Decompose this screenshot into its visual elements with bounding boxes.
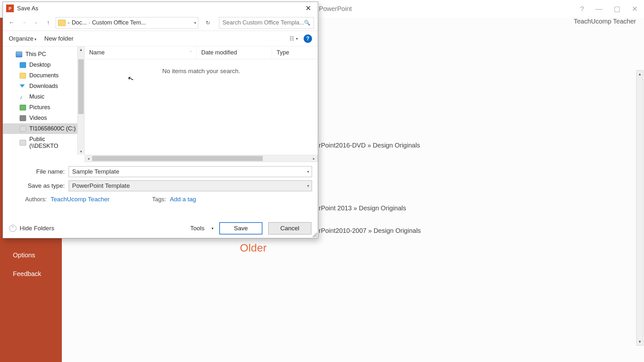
- videos-icon: [20, 115, 26, 121]
- scroll-left-icon[interactable]: ◂: [85, 155, 92, 162]
- dialog-nav: ← → ▾ ↑ « Doc... › Custom Office Tem... …: [3, 15, 318, 31]
- h-scroll-track[interactable]: ◂ ▸: [85, 155, 318, 162]
- recent-path-1[interactable]: rPoint2016-DVD » Design Originals: [319, 142, 420, 149]
- column-date[interactable]: Date modified: [197, 46, 272, 59]
- nav-recent-dropdown[interactable]: ▾: [31, 18, 41, 28]
- scroll-down-icon[interactable]: ▼: [637, 338, 643, 345]
- h-scroll-thumb[interactable]: [92, 156, 263, 161]
- folder-tree[interactable]: This PC Desktop Documents Downloads Musi…: [3, 46, 85, 155]
- dialog-close-button[interactable]: ✕: [302, 4, 315, 13]
- powerpoint-icon: P: [6, 5, 14, 12]
- tree-label: Public (\\DESKTO: [29, 136, 74, 149]
- horizontal-scroll: ◂ ▸: [3, 155, 318, 162]
- tree-pictures[interactable]: Pictures: [3, 102, 84, 113]
- nav-forward-button[interactable]: →: [19, 18, 29, 28]
- pictures-icon: [20, 105, 26, 110]
- chevron-down-icon: ▾: [296, 36, 298, 41]
- tree-label: Music: [29, 93, 44, 100]
- desktop-icon: [20, 62, 26, 68]
- tags-value[interactable]: Add a tag: [170, 196, 196, 203]
- backstage-options[interactable]: Options: [0, 246, 48, 264]
- help-icon[interactable]: ?: [580, 5, 584, 13]
- refresh-button[interactable]: ↻: [203, 18, 213, 28]
- search-icon[interactable]: 🔍: [304, 20, 310, 26]
- view-options-button[interactable]: ☷ ▾: [289, 35, 298, 42]
- download-icon: [20, 83, 26, 89]
- column-label: Name: [89, 49, 105, 56]
- column-name[interactable]: Name˄: [85, 46, 197, 59]
- dialog-titlebar[interactable]: P Save As ✕: [3, 2, 318, 15]
- list-view-icon: ☷: [289, 35, 294, 42]
- folder-icon: [20, 73, 26, 79]
- tree-label: Desktop: [29, 62, 51, 68]
- list-header: Name˄ Date modified Type: [85, 46, 318, 59]
- nav-up-button[interactable]: ↑: [43, 18, 53, 28]
- file-list[interactable]: Name˄ Date modified Type No items match …: [85, 46, 318, 155]
- column-label: Date modified: [201, 49, 237, 56]
- close-icon[interactable]: ✕: [632, 5, 638, 13]
- search-input[interactable]: [223, 19, 304, 26]
- tree-label: Pictures: [29, 104, 50, 111]
- authors-label: Authors:: [15, 196, 47, 203]
- breadcrumb[interactable]: « Doc... › Custom Office Tem... ▾: [56, 17, 198, 29]
- help-button[interactable]: ?: [304, 34, 312, 43]
- tree-desktop[interactable]: Desktop: [3, 60, 84, 70]
- breadcrumb-seg-2[interactable]: Custom Office Tem...: [92, 19, 146, 26]
- tree-network-drive[interactable]: Public (\\DESKTO▾: [3, 134, 84, 151]
- content-scrollbar[interactable]: ▲ ▼: [636, 70, 643, 346]
- maximize-icon[interactable]: ▢: [614, 5, 620, 13]
- tools-label: Tools: [190, 225, 204, 232]
- column-type[interactable]: Type: [272, 46, 318, 59]
- tree-videos[interactable]: Videos: [3, 113, 84, 123]
- backstage-feedback[interactable]: Feedback: [0, 265, 54, 283]
- chevron-left-icon: «: [68, 21, 70, 25]
- nav-back-button[interactable]: ←: [7, 18, 16, 28]
- recent-path-3[interactable]: rPoint2010-2007 » Design Originals: [319, 227, 421, 234]
- tree-label: Videos: [29, 115, 47, 121]
- tree-music[interactable]: Music: [3, 91, 84, 102]
- tree-downloads[interactable]: Downloads: [3, 81, 84, 91]
- music-icon: [20, 94, 26, 100]
- hide-folders-label: Hide Folders: [20, 225, 54, 232]
- tools-dropdown[interactable]: Tools ▾: [190, 225, 213, 232]
- collapse-icon: ˄: [9, 225, 16, 232]
- tree-drive-c[interactable]: TI10658600C (C:): [3, 123, 84, 134]
- filename-input[interactable]: Sample Template ▾: [69, 166, 312, 177]
- chevron-down-icon[interactable]: ▾: [307, 184, 309, 188]
- scroll-up-icon[interactable]: ▲: [78, 46, 84, 53]
- save-as-dialog: P Save As ✕ ← → ▾ ↑ « Doc... › Custom Of…: [3, 2, 318, 238]
- filename-label: File name:: [9, 168, 65, 175]
- recent-path-2[interactable]: rPoint 2013 » Design Originals: [319, 205, 406, 212]
- user-name[interactable]: TeachUcomp Teacher: [574, 18, 636, 25]
- network-drive-icon: [20, 140, 26, 146]
- tags-label: Tags:: [152, 196, 166, 203]
- scroll-up-icon[interactable]: ▲: [637, 71, 643, 78]
- hide-folders-button[interactable]: ˄ Hide Folders: [9, 225, 54, 232]
- tree-label: Downloads: [29, 83, 58, 90]
- cancel-button[interactable]: Cancel: [268, 222, 311, 234]
- authors-value[interactable]: TeachUcomp Teacher: [51, 196, 109, 203]
- window-controls: ? — ▢ ✕: [580, 5, 638, 13]
- new-folder-button[interactable]: New folder: [44, 35, 73, 42]
- tree-this-pc[interactable]: This PC: [3, 49, 84, 60]
- scroll-thumb[interactable]: [78, 59, 84, 114]
- chevron-right-icon: ›: [89, 21, 90, 25]
- chevron-down-icon[interactable]: ▾: [307, 169, 309, 174]
- minimize-icon[interactable]: —: [595, 5, 602, 13]
- savetype-label: Save as type:: [9, 182, 65, 189]
- save-button[interactable]: Save: [219, 222, 262, 234]
- scroll-down-icon[interactable]: ▾: [78, 148, 84, 155]
- savetype-combo[interactable]: PowerPoint Template ▾: [69, 180, 312, 191]
- tree-documents[interactable]: Documents: [3, 70, 84, 81]
- filename-value: Sample Template: [72, 168, 119, 175]
- search-box[interactable]: 🔍: [219, 17, 314, 29]
- folder-icon: [58, 20, 66, 26]
- resize-grip[interactable]: [313, 233, 317, 237]
- chevron-down-icon: ▾: [212, 226, 213, 231]
- organize-button[interactable]: Organize: [9, 35, 36, 42]
- breadcrumb-seg-1[interactable]: Doc...: [72, 19, 87, 26]
- breadcrumb-dropdown-icon[interactable]: ▾: [194, 21, 196, 25]
- scroll-right-icon[interactable]: ▸: [310, 155, 317, 162]
- sort-indicator-icon: ˄: [190, 51, 192, 55]
- tree-scrollbar[interactable]: ▲ ▾: [77, 46, 84, 155]
